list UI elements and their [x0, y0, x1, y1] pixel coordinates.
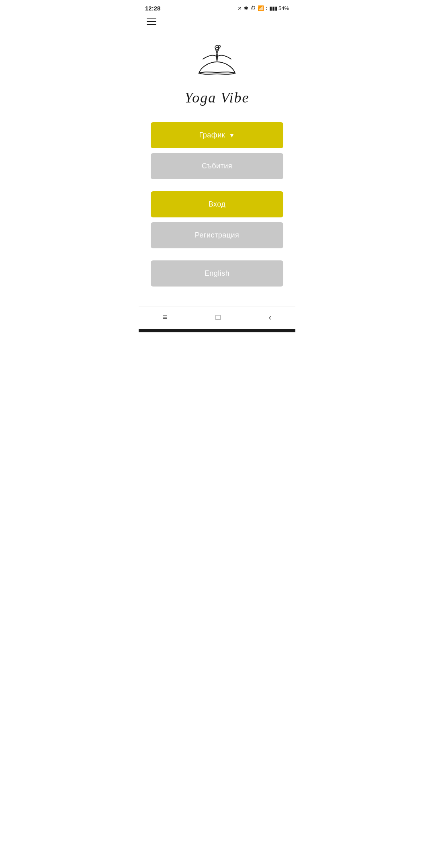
- status-time: 12:28: [145, 5, 160, 12]
- battery-icon: ▮▮▮ 54%: [269, 5, 289, 11]
- language-group: English: [151, 260, 283, 287]
- device-bottom-bar: [139, 329, 295, 332]
- buttons-container: График ▼ Събития Вход Регистрация Englis…: [151, 122, 283, 299]
- hamburger-line-3: [147, 24, 156, 25]
- bottom-back-icon: ‹: [268, 313, 271, 322]
- language-button[interactable]: English: [151, 260, 283, 287]
- hamburger-line-2: [147, 21, 156, 22]
- alarm-icon: ⏱: [250, 5, 256, 11]
- schedule-label: График: [199, 131, 225, 139]
- events-button[interactable]: Събития: [151, 153, 283, 179]
- bottom-nav-back[interactable]: ‹: [260, 311, 279, 323]
- schedule-button[interactable]: График ▼: [151, 122, 283, 148]
- register-label: Регистрация: [195, 231, 240, 239]
- bottom-navigation: ≡ □ ‹: [139, 307, 295, 329]
- schedule-dropdown-arrow: ▼: [229, 132, 235, 139]
- bottom-menu-icon: ≡: [163, 313, 168, 322]
- hamburger-line-1: [147, 18, 156, 19]
- bottom-home-icon: □: [215, 313, 220, 322]
- signal-icon: ∶: [266, 5, 267, 11]
- bluetooth-icon: ⨯︎: [237, 5, 242, 11]
- status-icons: ⨯︎ ✱ ⏱ 📶 ∶ ▮▮▮ 54%: [237, 5, 289, 11]
- register-button[interactable]: Регистрация: [151, 222, 283, 248]
- schedule-events-group: График ▼ Събития: [151, 122, 283, 179]
- language-label: English: [205, 269, 230, 277]
- logo-container: Yoga Vibe: [184, 45, 249, 106]
- wifi-icon: 📶: [258, 5, 264, 11]
- app-logo-text: Yoga Vibe: [184, 89, 249, 106]
- login-button[interactable]: Вход: [151, 191, 283, 217]
- yoga-logo-image: [185, 45, 249, 93]
- login-label: Вход: [209, 200, 226, 208]
- bluetooth-icon: ✱: [244, 5, 248, 11]
- bottom-nav-menu[interactable]: ≡: [155, 311, 176, 323]
- main-content: Yoga Vibe График ▼ Събития Вход Регистра…: [139, 29, 295, 307]
- status-bar: 12:28 ⨯︎ ✱ ⏱ 📶 ∶ ▮▮▮ 54%: [139, 0, 295, 14]
- events-label: Събития: [202, 162, 232, 170]
- top-navigation: [139, 14, 295, 29]
- auth-group: Вход Регистрация: [151, 191, 283, 248]
- menu-button[interactable]: [147, 18, 156, 25]
- bottom-nav-home[interactable]: □: [207, 311, 228, 323]
